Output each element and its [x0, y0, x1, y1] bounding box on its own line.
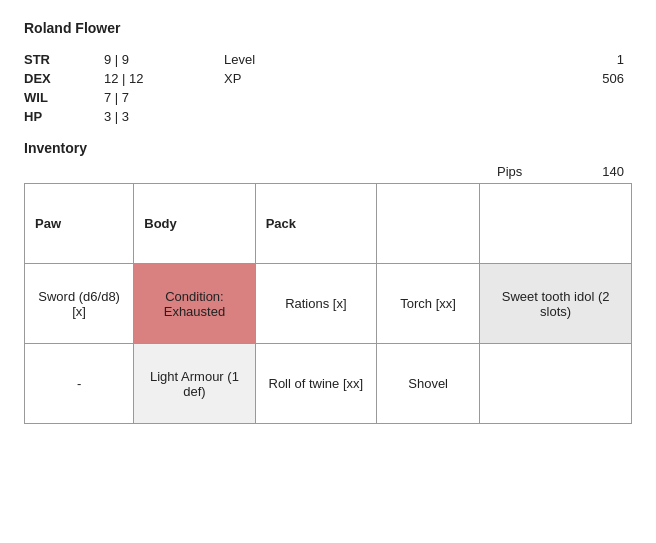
col-header-paw: Paw: [25, 184, 134, 264]
col-header-pack: Pack: [255, 184, 376, 264]
col-header-body: Body: [134, 184, 255, 264]
table-row: Sword (d6/d8) [x] Condition: Exhausted R…: [25, 264, 632, 344]
dex-value: 12 | 12: [104, 71, 224, 86]
str-label: STR: [24, 52, 104, 67]
level-label: Level: [224, 52, 344, 67]
wil-label: WIL: [24, 90, 104, 105]
wil-value: 7 | 7: [104, 90, 224, 105]
col-header-torch: [377, 184, 480, 264]
col-header-extra: [480, 184, 632, 264]
pips-value: 140: [602, 164, 624, 179]
dex-label: DEX: [24, 71, 104, 86]
stats-grid: STR 9 | 9 Level 1 DEX 12 | 12 XP 506 WIL…: [24, 52, 632, 124]
xp-value: 506: [344, 71, 632, 86]
row2-torch: Shovel: [377, 344, 480, 424]
row1-body: Condition: Exhausted: [134, 264, 255, 344]
row2-pack: Roll of twine [xx]: [255, 344, 376, 424]
hp-value: 3 | 3: [104, 109, 224, 124]
row2-extra: [480, 344, 632, 424]
inventory-table: Paw Body Pack Sword (d6/d8) [x] Conditio…: [24, 183, 632, 424]
row1-extra: Sweet tooth idol (2 slots): [480, 264, 632, 344]
inventory-section-title: Inventory: [24, 140, 632, 156]
row1-pack: Rations [x]: [255, 264, 376, 344]
pips-label: Pips: [497, 164, 522, 179]
table-header-row: Paw Body Pack: [25, 184, 632, 264]
character-name: Roland Flower: [24, 20, 632, 36]
row2-body: Light Armour (1 def): [134, 344, 255, 424]
row2-paw: -: [25, 344, 134, 424]
row1-paw: Sword (d6/d8) [x]: [25, 264, 134, 344]
level-value: 1: [344, 52, 632, 67]
xp-label: XP: [224, 71, 344, 86]
hp-label: HP: [24, 109, 104, 124]
row1-torch: Torch [xx]: [377, 264, 480, 344]
table-row: - Light Armour (1 def) Roll of twine [xx…: [25, 344, 632, 424]
pips-row: Pips 140: [24, 164, 632, 179]
str-value: 9 | 9: [104, 52, 224, 67]
